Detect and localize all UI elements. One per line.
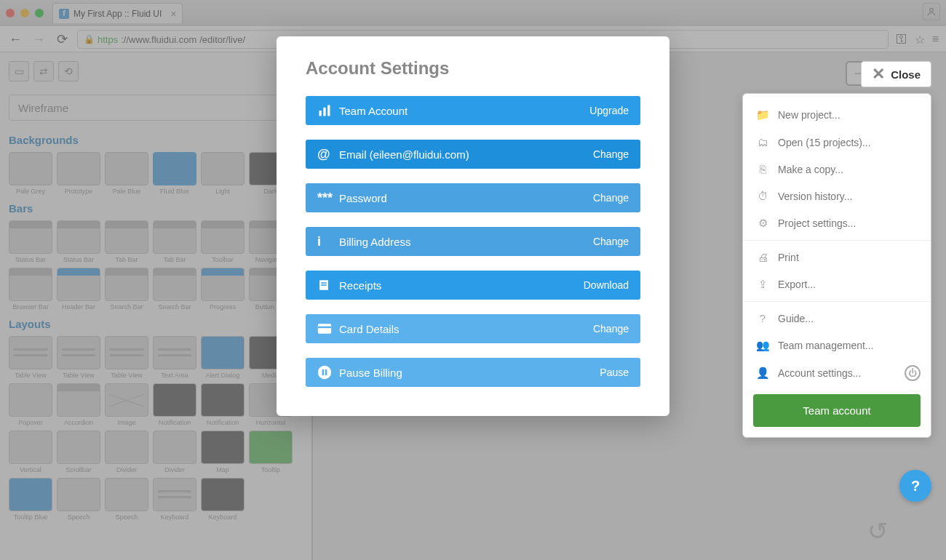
menu-open[interactable]: 🗂Open (15 projects)... [743,129,931,156]
row-billing-address[interactable]: i Billing Address Change [306,227,640,256]
svg-rect-7 [318,324,331,333]
row-label: Receipts [339,279,584,292]
team-icon: 👥 [756,339,769,352]
row-action: Change [593,148,629,160]
menu-guide[interactable]: ?Guide... [743,305,931,332]
power-icon[interactable]: ⏻ [905,365,921,381]
folder-plus-icon: 📁 [756,108,769,121]
row-label: Email (eileen@fluidui.com) [339,148,593,161]
row-action: Change [593,236,629,247]
menu-separator [743,240,931,241]
svg-rect-5 [321,282,327,284]
chat-help-icon[interactable]: ? [899,470,931,502]
account-settings-modal: Account Settings Team Account Upgrade @ … [277,36,669,416]
folder-open-icon: 🗂 [756,136,769,148]
modal-title: Account Settings [306,58,640,79]
project-menu: 📁New project... 🗂Open (15 projects)... ⎘… [742,93,931,438]
menu-new-project[interactable]: 📁New project... [743,101,931,129]
svg-rect-8 [318,327,331,329]
help-icon: ? [756,312,769,324]
menu-export[interactable]: ⇪Export... [743,271,931,298]
menu-account-settings[interactable]: 👤Account settings...⏻ [743,359,931,387]
close-label: Close [891,68,921,81]
svg-point-9 [318,366,331,379]
close-button[interactable]: ✕ Close [861,61,931,87]
row-label: Pause Billing [339,367,600,379]
row-card-details[interactable]: Card Details Change [306,314,640,343]
row-label: Password [339,192,593,204]
password-icon: *** [317,191,339,206]
menu-history[interactable]: ⏱Version history... [743,183,931,209]
row-receipts[interactable]: Receipts Download [306,271,640,300]
row-label: Card Details [339,323,593,335]
svg-rect-3 [327,105,330,116]
row-pause-billing[interactable]: Pause Billing Pause [306,358,640,387]
svg-rect-6 [321,284,327,286]
row-action: Upgrade [589,105,629,116]
close-icon: ✕ [872,65,885,84]
row-action: Change [593,323,629,335]
at-icon: @ [317,147,339,162]
row-action: Pause [600,367,629,378]
row-password[interactable]: *** Password Change [306,183,640,212]
receipt-icon [317,279,339,292]
row-action: Download [584,279,629,291]
chart-icon [317,103,339,118]
row-label: Team Account [339,105,589,117]
menu-copy[interactable]: ⎘Make a copy... [743,156,931,183]
row-action: Change [593,192,629,204]
svg-rect-1 [319,111,322,116]
menu-project-settings[interactable]: ⚙Project settings... [743,209,931,237]
export-icon: ⇪ [756,278,769,291]
menu-separator [743,301,931,302]
row-team-account[interactable]: Team Account Upgrade [306,96,640,125]
clock-icon: ⏱ [756,190,769,202]
row-label: Billing Address [339,236,593,248]
menu-print[interactable]: 🖨Print [743,244,931,271]
pause-icon [317,365,339,380]
menu-team-management[interactable]: 👥Team management... [743,332,931,359]
svg-rect-11 [325,369,327,375]
copy-icon: ⎘ [756,163,769,175]
svg-rect-2 [323,108,325,116]
team-account-button[interactable]: Team account [753,394,921,427]
user-icon: 👤 [756,367,769,380]
credit-card-icon [317,323,339,335]
svg-rect-10 [322,369,325,375]
row-email[interactable]: @ Email (eileen@fluidui.com) Change [306,140,640,169]
gear-icon: ⚙ [756,217,769,230]
info-icon: i [317,234,339,249]
print-icon: 🖨 [756,251,769,263]
